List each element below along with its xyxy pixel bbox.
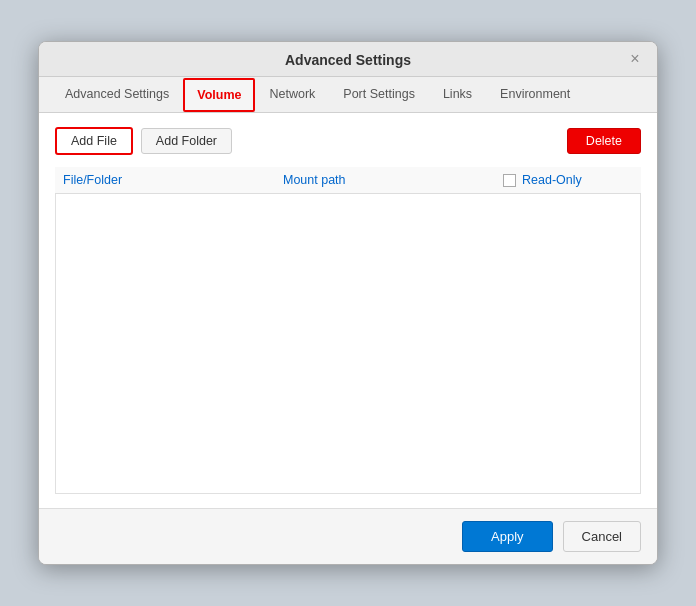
tab-network[interactable]: Network [255, 77, 329, 113]
dialog-footer: Apply Cancel [39, 508, 657, 564]
read-only-checkbox[interactable] [503, 174, 516, 187]
table-header: File/Folder Mount path Read-Only [55, 167, 641, 194]
cancel-button[interactable]: Cancel [563, 521, 641, 552]
apply-button[interactable]: Apply [462, 521, 553, 552]
tab-advanced-settings[interactable]: Advanced Settings [51, 77, 183, 113]
column-header-read-only: Read-Only [503, 173, 633, 187]
volume-toolbar: Add File Add Folder Delete [55, 127, 641, 155]
column-header-mount-path: Mount path [283, 173, 503, 187]
advanced-settings-dialog: Advanced Settings × Advanced Settings Vo… [38, 41, 658, 565]
tab-links[interactable]: Links [429, 77, 486, 113]
tab-bar: Advanced Settings Volume Network Port Se… [39, 77, 657, 113]
close-button[interactable]: × [625, 49, 645, 69]
tab-content-volume: Add File Add Folder Delete File/Folder M… [39, 113, 657, 508]
tab-environment[interactable]: Environment [486, 77, 584, 113]
title-bar: Advanced Settings × [39, 42, 657, 77]
volume-table-body [55, 194, 641, 494]
tab-port-settings[interactable]: Port Settings [329, 77, 429, 113]
tab-volume[interactable]: Volume [183, 78, 255, 112]
add-file-button[interactable]: Add File [55, 127, 133, 155]
delete-button[interactable]: Delete [567, 128, 641, 154]
dialog-title: Advanced Settings [285, 52, 411, 68]
add-folder-button[interactable]: Add Folder [141, 128, 232, 154]
column-header-file-folder: File/Folder [63, 173, 283, 187]
